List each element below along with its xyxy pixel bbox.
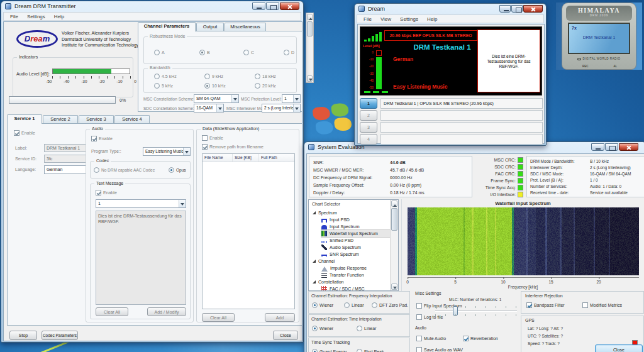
- minimize-button[interactable]: [591, 143, 604, 151]
- bandpass-filter-checkbox[interactable]: Bandpass Filter: [526, 302, 565, 308]
- save-audio-wav-checkbox[interactable]: Save Audio as WAV: [416, 347, 463, 352]
- service-field-1[interactable]: DRM Testkanal 1 | OPUS SILK MB STEREO (2…: [380, 98, 543, 109]
- service-field-4[interactable]: [380, 134, 543, 145]
- tree-item-impulse-response[interactable]: Impulse Response: [321, 265, 367, 272]
- stop-button[interactable]: Stop: [9, 331, 37, 340]
- maximize-button[interactable]: [605, 143, 618, 151]
- background-window-scrollbar[interactable]: [306, 13, 314, 83]
- robustness-d-radio[interactable]: D: [284, 50, 294, 55]
- expand-icon[interactable]: [313, 280, 316, 283]
- tree-item-shifted-psd[interactable]: Shifted PSD: [321, 237, 353, 244]
- maximize-button[interactable]: [266, 3, 279, 10]
- scroll-up-icon[interactable]: [307, 14, 313, 20]
- bandwidth-5-radio[interactable]: 5 kHz: [154, 83, 173, 89]
- tab-output[interactable]: Output: [196, 23, 224, 31]
- column-size[interactable]: Size [KB]: [233, 154, 259, 162]
- tree-item-input-spectrum[interactable]: Input Spectrum: [321, 223, 359, 230]
- msc-constellation-combo[interactable]: SM 64-QAM: [194, 94, 239, 103]
- tab-channel-parameters[interactable]: Channel Parameters: [138, 22, 196, 31]
- codec-aac-radio[interactable]: No DRM capable AAC Codec: [94, 167, 155, 173]
- tab-service-4[interactable]: Service 4: [114, 115, 150, 123]
- mlc-slider-track[interactable]: [435, 311, 517, 312]
- bandwidth-45-radio[interactable]: 4.5 kHz: [154, 74, 177, 79]
- mute-audio-checkbox[interactable]: Mute Audio: [416, 336, 446, 341]
- codec-parameters-button[interactable]: Codec Parameters: [42, 331, 78, 340]
- freq-wiener-radio[interactable]: Wiener: [312, 302, 333, 308]
- msc-protection-combo[interactable]: 1: [282, 94, 301, 103]
- robustness-c-radio[interactable]: C: [243, 50, 254, 55]
- service-button-2[interactable]: 2: [360, 110, 377, 121]
- codec-opus-radio[interactable]: Opus: [169, 167, 186, 173]
- service-button-4[interactable]: 4: [360, 134, 377, 145]
- msc-interleaver-combo[interactable]: 2 s (Long Interleav: [262, 104, 301, 113]
- service-field-2[interactable]: [380, 110, 543, 121]
- bandwidth-9-radio[interactable]: 9 kHz: [204, 74, 223, 79]
- first-peak-radio[interactable]: First Peak: [357, 349, 384, 352]
- scrollbar-thumb[interactable]: [391, 208, 397, 231]
- tree-item-input-psd[interactable]: Input PSD: [321, 216, 350, 223]
- chart-selector-scrollbar[interactable]: [390, 200, 398, 290]
- audio-enable-checkbox[interactable]: Enable: [91, 136, 113, 141]
- program-type-combo[interactable]: Easy Listening Music: [143, 147, 191, 156]
- minimize-button[interactable]: [252, 3, 265, 10]
- bandwidth-10-radio[interactable]: 10 kHz: [204, 83, 226, 89]
- time-linear-radio[interactable]: Linear: [357, 326, 376, 331]
- tree-item-audio-spectrum[interactable]: Audio Spectrum: [321, 244, 361, 251]
- text-message-enable-checkbox[interactable]: Enable: [96, 190, 117, 195]
- text-message-clear-all-button[interactable]: Clear All: [96, 307, 128, 316]
- data-enable-checkbox[interactable]: Enable: [202, 135, 223, 141]
- robustness-a-radio[interactable]: A: [154, 50, 165, 55]
- menu-file[interactable]: File: [6, 13, 23, 20]
- close-button[interactable]: [280, 3, 299, 10]
- menu-file[interactable]: File: [359, 15, 376, 23]
- modified-metrics-checkbox[interactable]: Modified Metrics: [582, 302, 622, 308]
- close-button[interactable]: [619, 143, 638, 151]
- column-full-path[interactable]: Full Path: [259, 154, 277, 162]
- scroll-up-icon[interactable]: [391, 201, 397, 207]
- service-button-1[interactable]: 1: [360, 98, 377, 109]
- bandwidth-20-radio[interactable]: 20 kHz: [255, 83, 276, 89]
- tree-section-spectrum[interactable]: Spectrum: [311, 209, 337, 216]
- tree-item-transfer-function[interactable]: Transfer Function: [321, 272, 364, 278]
- remove-path-checkbox[interactable]: Remove path from filename: [202, 144, 264, 150]
- scrollbar-thumb[interactable]: [307, 21, 313, 36]
- transmitter-close-button[interactable]: Close: [273, 331, 298, 340]
- robustness-b-radio[interactable]: B: [199, 50, 210, 55]
- tree-item-snr-spectrum[interactable]: SNR Spectrum: [321, 251, 359, 258]
- bandwidth-18-radio[interactable]: 18 kHz: [255, 74, 276, 79]
- menu-settings[interactable]: Settings: [23, 13, 50, 20]
- expand-icon[interactable]: [313, 211, 316, 214]
- minimize-button[interactable]: [499, 5, 511, 13]
- service-button-3[interactable]: 3: [360, 122, 377, 133]
- maximize-button[interactable]: [511, 5, 523, 13]
- data-clear-all-button[interactable]: Clear All: [202, 313, 235, 322]
- scroll-down-icon[interactable]: [307, 75, 313, 82]
- tree-section-constellation[interactable]: Constellation: [311, 278, 343, 285]
- column-file-name[interactable]: File Name: [203, 154, 233, 162]
- menu-settings[interactable]: Settings: [396, 15, 423, 23]
- data-add-button[interactable]: Add: [265, 313, 295, 322]
- text-message-textarea[interactable]: Dies ist eine DRM-Testaussendung für das…: [96, 211, 186, 305]
- transmitter-titlebar[interactable]: Dream DRM Transmitter: [1, 1, 303, 12]
- receiver-titlebar[interactable]: Dream: [355, 4, 546, 14]
- system-evaluation-close-button[interactable]: Close: [595, 344, 643, 352]
- menu-view[interactable]: View: [376, 15, 396, 23]
- sdc-constellation-combo[interactable]: 16-QAM: [194, 104, 224, 113]
- text-message-selector[interactable]: 1: [96, 199, 186, 208]
- time-wiener-radio[interactable]: Wiener: [312, 326, 333, 331]
- service-enable-checkbox[interactable]: Enable: [14, 130, 35, 136]
- tree-item-fac-sdc-msc[interactable]: FAC / SDC / MSC: [321, 285, 365, 291]
- menu-help[interactable]: Help: [423, 15, 441, 23]
- freq-dft-radio[interactable]: DFT Zero Pad.: [372, 302, 408, 308]
- tab-service-2[interactable]: Service 2: [43, 115, 78, 123]
- guard-energy-radio[interactable]: Guard Energy: [312, 349, 347, 352]
- close-button[interactable]: [523, 5, 543, 13]
- expand-icon[interactable]: [313, 260, 316, 263]
- tab-service-1[interactable]: Service 1: [7, 114, 42, 124]
- menu-help[interactable]: Help: [50, 13, 69, 20]
- freq-linear-radio[interactable]: Linear: [344, 302, 364, 308]
- service-field-3[interactable]: [380, 122, 543, 133]
- tree-item-waterfall-input-spectrum[interactable]: Waterfall Input Spectrum: [321, 230, 399, 237]
- reverberation-checkbox[interactable]: Reverberation: [463, 336, 498, 341]
- file-table[interactable]: File Name Size [KB] Full Path: [202, 153, 295, 309]
